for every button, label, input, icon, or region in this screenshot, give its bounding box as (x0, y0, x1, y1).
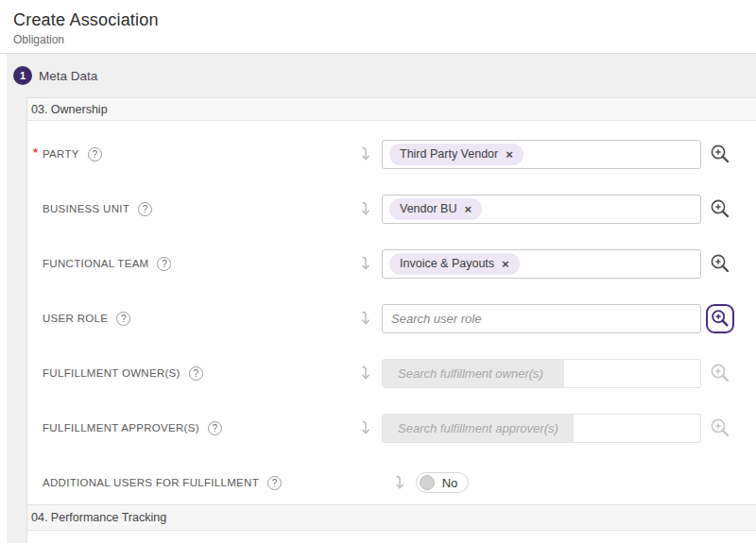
ownership-form: * PARTY ? Third Party Vendor × (27, 121, 756, 504)
field-row-functional-team: FUNCTIONAL TEAM ? Invoice & Payouts × (27, 236, 756, 291)
inherit-down-arrow-icon (360, 366, 371, 381)
page-body: 1 Meta Data 03. Ownership * PARTY ? Thir… (7, 54, 756, 543)
zoom-search-icon (710, 308, 730, 329)
toggle-value: No (435, 476, 465, 490)
section-header-ownership[interactable]: 03. Ownership (27, 98, 756, 121)
fulfillment-owners-search-input (383, 360, 564, 387)
user-role-search-input[interactable] (387, 305, 696, 332)
inherit-down-arrow-icon (360, 146, 371, 162)
section-title: 03. Ownership (31, 103, 108, 116)
additional-users-label-cell: ADDITIONAL USERS FOR FULFILLMENT ? (43, 476, 282, 490)
inherit-down-arrow-icon (360, 311, 371, 326)
help-glyph: ? (143, 204, 148, 214)
field-row-additional-users: ADDITIONAL USERS FOR FULFILLMENT ? No (27, 455, 756, 510)
functional-team-input[interactable]: Invoice & Payouts × (382, 249, 701, 279)
page-title: Create Association (13, 10, 743, 30)
zoom-search-icon[interactable] (709, 143, 731, 165)
fulfillment-approvers-search-input (383, 415, 574, 442)
help-icon[interactable]: ? (189, 366, 203, 381)
business-unit-chip: Vendor BU × (389, 198, 482, 220)
chip-text: Vendor BU (400, 202, 456, 215)
field-row-party: * PARTY ? Third Party Vendor × (27, 127, 756, 181)
party-chip: Third Party Vendor × (389, 144, 524, 165)
page-subtitle: Obligation (13, 33, 743, 46)
help-glyph: ? (213, 423, 218, 434)
inherit-down-arrow-icon (394, 475, 405, 490)
field-row-fulfillment-owners: FULFILLMENT OWNER(S) ? (27, 346, 756, 400)
help-glyph: ? (193, 368, 198, 379)
user-role-label: USER ROLE (43, 313, 108, 324)
chip-text: Invoice & Payouts (400, 257, 494, 270)
business-unit-label: BUSINESS UNIT (43, 203, 129, 214)
fulfillment-approvers-input-box (382, 414, 701, 443)
zoom-search-icon[interactable] (709, 252, 731, 275)
stepper-meta-data[interactable]: 1 Meta Data (7, 54, 756, 97)
inherit-down-arrow-icon (360, 256, 371, 271)
section-title: 04. Performance Tracking (31, 511, 166, 524)
section-header-performance-tracking[interactable]: 04. Performance Tracking (27, 504, 756, 531)
chip-close-icon[interactable]: × (502, 258, 509, 270)
step-number-badge: 1 (13, 66, 32, 85)
additional-users-toggle[interactable]: No (416, 472, 469, 493)
help-icon[interactable]: ? (157, 257, 171, 271)
business-unit-label-cell: BUSINESS UNIT ? (43, 202, 152, 216)
fulfillment-approvers-label: FULFILLMENT APPROVER(S) (43, 422, 199, 434)
user-role-input-box (382, 304, 701, 333)
functional-team-label: FUNCTIONAL TEAM (43, 258, 148, 269)
inherit-down-arrow-icon (360, 201, 371, 216)
zoom-search-icon[interactable] (709, 197, 731, 220)
zoom-search-icon-disabled (709, 416, 731, 439)
help-icon[interactable]: ? (208, 421, 222, 435)
functional-team-chip: Invoice & Payouts × (389, 253, 520, 275)
fulfillment-owners-input-box (382, 359, 701, 388)
step-label: Meta Data (39, 69, 97, 83)
zoom-search-button-active[interactable] (706, 304, 734, 333)
chip-close-icon[interactable]: × (506, 148, 513, 161)
chip-text: Third Party Vendor (400, 147, 498, 161)
help-glyph: ? (162, 259, 167, 269)
fulfillment-owners-label-cell: FULFILLMENT OWNER(S) ? (43, 366, 203, 381)
functional-team-label-cell: FUNCTIONAL TEAM ? (43, 257, 171, 271)
zoom-search-icon-disabled (709, 362, 731, 384)
next-section-area (27, 531, 756, 537)
inherit-down-arrow-icon (360, 420, 371, 435)
help-glyph: ? (272, 478, 278, 488)
party-label: PARTY (43, 148, 79, 160)
help-glyph: ? (93, 149, 98, 160)
fulfillment-owners-label: FULFILLMENT OWNER(S) (43, 367, 180, 379)
party-label-cell: * PARTY ? (43, 147, 102, 162)
field-row-user-role: USER ROLE ? (27, 291, 756, 346)
chip-close-icon[interactable]: × (464, 203, 472, 215)
help-icon[interactable]: ? (267, 476, 282, 490)
required-asterisk: * (33, 145, 43, 160)
help-icon[interactable]: ? (116, 312, 130, 326)
help-glyph: ? (121, 314, 127, 324)
page-header: Create Association Obligation (0, 0, 756, 54)
business-unit-input[interactable]: Vendor BU × (382, 195, 701, 224)
user-role-label-cell: USER ROLE ? (43, 312, 130, 326)
field-row-fulfillment-approvers: FULFILLMENT APPROVER(S) ? (27, 400, 756, 455)
meta-data-panel: 03. Ownership * PARTY ? Third Party Vend… (26, 97, 756, 543)
party-input[interactable]: Third Party Vendor × (382, 140, 701, 169)
additional-users-label: ADDITIONAL USERS FOR FULFILLMENT (43, 477, 259, 488)
toggle-knob (420, 475, 435, 490)
help-icon[interactable]: ? (138, 202, 152, 216)
help-icon[interactable]: ? (88, 147, 102, 162)
field-row-business-unit: BUSINESS UNIT ? Vendor BU × (27, 181, 756, 236)
fulfillment-approvers-label-cell: FULFILLMENT APPROVER(S) ? (43, 421, 222, 435)
